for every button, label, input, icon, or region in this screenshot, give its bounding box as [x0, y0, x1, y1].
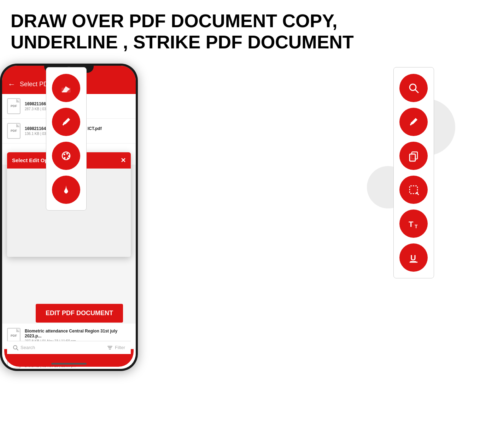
search-bar-icon — [13, 345, 18, 350]
pdf-icon-2: PDF — [7, 123, 21, 139]
svg-point-4 — [66, 153, 68, 154]
filter-icon — [107, 345, 113, 350]
dialog-close-button[interactable]: ✕ — [121, 157, 126, 164]
svg-rect-14 — [410, 154, 415, 161]
underline-icon-btn[interactable]: U — [399, 243, 428, 272]
right-icon-panel: T T U — [393, 67, 434, 278]
eraser-icon[interactable] — [52, 74, 80, 102]
search-icon-btn[interactable] — [399, 74, 428, 102]
svg-line-9 — [17, 349, 18, 350]
svg-point-3 — [64, 153, 65, 155]
svg-text:U: U — [410, 253, 416, 262]
svg-line-11 — [415, 90, 418, 93]
file-name-3: Biometric attendance Central Region 31st… — [25, 329, 131, 338]
svg-point-6 — [67, 157, 69, 159]
search-input-label[interactable]: Search — [21, 345, 35, 350]
filter-label[interactable]: Filter — [115, 345, 125, 350]
svg-point-7 — [64, 157, 66, 159]
pdf-icon: PDF — [7, 98, 21, 114]
left-icon-panel — [46, 67, 87, 211]
search-bar: Search Filter — [7, 341, 131, 354]
svg-text:T: T — [415, 224, 418, 229]
pen-icon-btn[interactable] — [399, 108, 428, 136]
search-left: Search — [13, 345, 107, 350]
svg-point-12 — [410, 124, 411, 125]
copy-icon-btn[interactable] — [399, 142, 428, 170]
page-title: DRAW OVER PDF DOCUMENT COPY, UNDERLINE ,… — [0, 0, 480, 60]
edit-pdf-document-button[interactable]: EDIT PDF DOCUMENT — [36, 304, 123, 323]
palette-icon[interactable] — [52, 142, 80, 170]
pencil-icon[interactable] — [52, 108, 80, 136]
svg-point-5 — [68, 155, 70, 157]
svg-point-1 — [63, 124, 64, 125]
dropper-icon[interactable] — [52, 176, 80, 204]
back-button[interactable]: ← — [8, 80, 16, 89]
text-size-icon-btn[interactable]: T T — [399, 210, 428, 238]
svg-text:T: T — [409, 220, 414, 229]
selection-icon-btn[interactable] — [399, 176, 428, 204]
search-right: Filter — [107, 345, 125, 350]
phone-home-bar — [51, 363, 87, 365]
